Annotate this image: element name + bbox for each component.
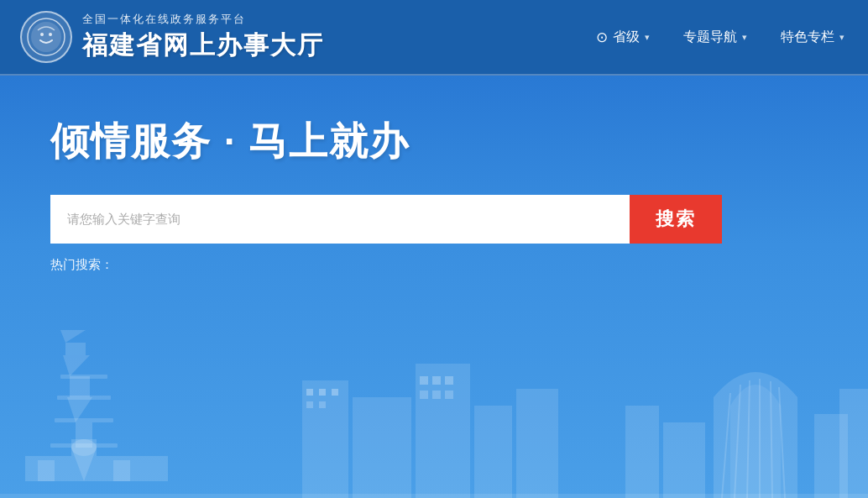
svg-rect-35 [445,391,453,399]
svg-marker-8 [63,355,90,376]
chevron-down-icon: ▾ [742,32,747,43]
svg-rect-25 [306,389,313,396]
svg-rect-29 [319,401,326,408]
nav-location[interactable]: ⊙ 省级 ▾ [593,24,653,51]
svg-rect-31 [432,376,441,385]
svg-point-2 [40,33,44,36]
svg-rect-17 [38,460,55,481]
logo-icon [20,11,72,63]
svg-rect-45 [625,406,659,498]
search-button[interactable]: 搜索 [630,195,722,244]
svg-rect-26 [319,389,326,396]
svg-rect-28 [306,401,313,408]
svg-rect-46 [0,494,868,498]
svg-rect-18 [113,460,130,481]
nav-location-label: 省级 [613,29,640,46]
svg-rect-34 [432,391,441,399]
chevron-down-icon: ▾ [839,32,844,43]
logo-text: 全国一体化在线政务服务平台 福建省网上办事大厅 [82,12,324,63]
svg-rect-24 [516,389,558,498]
svg-point-19 [71,439,97,456]
hero-title: 倾情服务 · 马上就办 [50,116,818,168]
svg-rect-14 [60,375,107,379]
svg-rect-21 [353,397,411,498]
svg-point-3 [49,33,52,36]
nav-topics[interactable]: 专题导航 ▾ [680,24,750,51]
svg-rect-27 [332,389,338,396]
location-icon: ⊙ [596,29,608,46]
svg-rect-44 [663,422,705,498]
nav-topics-label: 专题导航 [683,29,737,46]
chevron-down-icon: ▾ [645,32,650,43]
svg-rect-12 [55,418,113,422]
svg-rect-43 [839,389,868,498]
svg-rect-30 [420,376,428,385]
skyline-decoration [0,330,868,498]
main-content: 倾情服务 · 马上就办 搜索 热门搜索： [0,76,868,498]
svg-rect-20 [302,380,348,498]
svg-rect-9 [65,343,86,355]
nav-featured-label: 特色专栏 [781,29,834,46]
nav-featured[interactable]: 特色专栏 ▾ [777,24,848,51]
svg-rect-32 [445,376,453,385]
svg-marker-10 [60,330,86,343]
svg-rect-7 [70,376,90,397]
svg-rect-33 [420,391,428,399]
main-nav: ⊙ 省级 ▾ 专题导航 ▾ 特色专栏 ▾ [593,24,848,51]
logo-subtitle: 全国一体化在线政务服务平台 [82,12,324,27]
search-bar: 搜索 [50,195,722,244]
logo-area: 全国一体化在线政务服务平台 福建省网上办事大厅 [20,11,593,63]
hot-search-label: 热门搜索： [50,257,818,273]
logo-title: 福建省网上办事大厅 [82,29,324,63]
search-input[interactable] [50,195,630,244]
header: 全国一体化在线政务服务平台 福建省网上办事大厅 ⊙ 省级 ▾ 专题导航 ▾ 特色… [0,0,868,76]
svg-rect-13 [57,396,111,400]
svg-rect-23 [474,406,512,498]
